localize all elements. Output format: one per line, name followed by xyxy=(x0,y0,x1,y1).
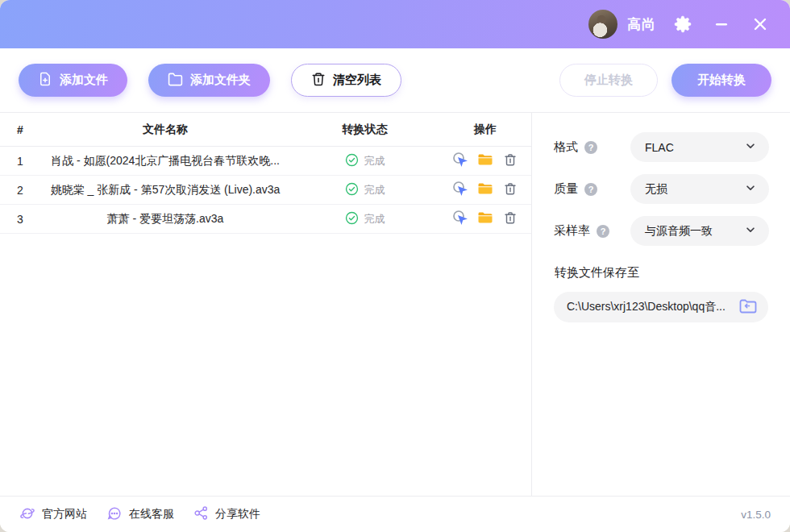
version-text: v1.5.0 xyxy=(741,509,771,521)
delete-file-button[interactable] xyxy=(501,181,519,199)
clear-list-label: 清空列表 xyxy=(333,73,381,88)
samplerate-label: 采样率 xyxy=(554,223,590,239)
save-path-box: C:\Users\xrj123\Desktop\qq音... xyxy=(554,292,768,322)
row-index: 2 xyxy=(0,184,40,197)
file-plus-icon xyxy=(38,72,52,89)
share-app-label: 分享软件 xyxy=(215,507,260,522)
row-filename: 姚晓棠 _ 张新成 - 第57次取消发送 (Live).av3a xyxy=(40,183,290,197)
titlebar: 高尚 xyxy=(0,0,790,48)
header-filename: 文件名称 xyxy=(40,123,290,137)
chevron-down-icon xyxy=(745,140,756,154)
check-circle-icon xyxy=(345,153,359,169)
trash-outline-icon xyxy=(503,210,518,227)
cursor-locate-icon xyxy=(452,181,468,199)
trash-icon xyxy=(311,72,326,89)
folder-filled-icon xyxy=(477,181,493,199)
status-text: 完成 xyxy=(364,212,385,227)
row-status: 完成 xyxy=(290,153,439,169)
chat-icon xyxy=(106,505,123,524)
header-index: # xyxy=(0,123,40,136)
folder-filled-icon xyxy=(477,152,493,170)
quality-label: 质量 xyxy=(554,181,578,197)
start-convert-button[interactable]: 开始转换 xyxy=(672,64,771,97)
table-row: 3 萧萧 - 爱要坦荡荡.av3a 完成 xyxy=(0,205,531,234)
stop-convert-button[interactable]: 停止转换 xyxy=(559,64,658,97)
online-support-label: 在线客服 xyxy=(129,507,174,522)
header-actions: 操作 xyxy=(439,123,531,137)
close-icon xyxy=(753,17,767,31)
open-folder-button[interactable] xyxy=(476,181,494,199)
save-path-label: 转换文件保存至 xyxy=(555,265,769,281)
quality-select[interactable]: 无损 xyxy=(630,174,769,204)
locate-file-button[interactable] xyxy=(451,152,469,170)
samplerate-help-icon[interactable]: ? xyxy=(597,225,609,238)
official-website-label: 官方网站 xyxy=(42,507,87,522)
row-index: 1 xyxy=(0,155,40,168)
trash-outline-icon xyxy=(503,152,518,169)
row-filename: 肖战 - 如愿(2024北京广播电视台春节联欢晚... xyxy=(40,154,290,168)
folder-icon xyxy=(168,72,183,89)
check-circle-icon xyxy=(345,182,359,198)
open-folder-button[interactable] xyxy=(476,210,494,228)
check-circle-icon xyxy=(345,211,359,227)
share-nodes-icon xyxy=(193,505,209,523)
file-table: # 文件名称 转换状态 操作 1 肖战 - 如愿(2024北京广播电视台春节联欢… xyxy=(0,113,532,496)
online-support-link[interactable]: 在线客服 xyxy=(106,505,174,524)
close-button[interactable] xyxy=(748,12,772,36)
add-folder-button[interactable]: 添加文件夹 xyxy=(148,64,270,97)
chevron-down-icon xyxy=(745,182,756,196)
samplerate-value: 与源音频一致 xyxy=(645,224,713,239)
add-file-button[interactable]: 添加文件 xyxy=(19,64,127,97)
browse-folder-button[interactable] xyxy=(738,297,759,317)
avatar[interactable] xyxy=(588,10,617,39)
quality-value: 无损 xyxy=(645,182,667,197)
footer: 官方网站 在线客服 分享软件 xyxy=(0,496,790,532)
clear-list-button[interactable]: 清空列表 xyxy=(291,64,401,97)
locate-file-button[interactable] xyxy=(451,210,469,228)
quality-help-icon[interactable]: ? xyxy=(584,183,597,196)
format-value: FLAC xyxy=(645,141,674,154)
planet-icon xyxy=(19,505,35,524)
header-status: 转换状态 xyxy=(290,123,439,137)
conversion-settings-panel: 格式 ? FLAC 质量 ? xyxy=(532,113,790,496)
main-content: # 文件名称 转换状态 操作 1 肖战 - 如愿(2024北京广播电视台春节联欢… xyxy=(0,113,790,496)
cursor-locate-icon xyxy=(452,152,468,170)
chevron-down-icon xyxy=(745,224,756,238)
status-text: 完成 xyxy=(364,154,385,168)
locate-file-button[interactable] xyxy=(451,181,469,199)
username: 高尚 xyxy=(627,15,656,34)
add-file-label: 添加文件 xyxy=(60,73,108,88)
format-select[interactable]: FLAC xyxy=(630,132,769,162)
share-app-link[interactable]: 分享软件 xyxy=(193,505,260,523)
toolbar: 添加文件 添加文件夹 清空列表 xyxy=(0,48,790,113)
save-path-value: C:\Users\xrj123\Desktop\qq音... xyxy=(567,300,730,314)
row-filename: 萧萧 - 爱要坦荡荡.av3a xyxy=(40,212,290,227)
table-header: # 文件名称 转换状态 操作 xyxy=(0,113,531,147)
open-folder-button[interactable] xyxy=(476,152,494,170)
row-status: 完成 xyxy=(290,211,439,227)
official-website-link[interactable]: 官方网站 xyxy=(19,505,87,524)
table-row: 2 姚晓棠 _ 张新成 - 第57次取消发送 (Live).av3a 完成 xyxy=(0,176,531,205)
samplerate-select[interactable]: 与源音频一致 xyxy=(630,216,769,246)
row-status: 完成 xyxy=(290,182,439,198)
status-text: 完成 xyxy=(364,183,385,197)
cursor-locate-icon xyxy=(452,210,468,228)
app-window: 高尚 xyxy=(0,0,790,532)
trash-outline-icon xyxy=(503,181,518,198)
table-row: 1 肖战 - 如愿(2024北京广播电视台春节联欢晚... 完成 xyxy=(0,147,531,176)
folder-filled-icon xyxy=(477,210,493,228)
minimize-icon xyxy=(714,17,729,31)
row-index: 3 xyxy=(0,213,40,226)
settings-button[interactable] xyxy=(671,12,695,36)
gear-icon xyxy=(674,15,692,33)
delete-file-button[interactable] xyxy=(501,152,519,170)
format-label: 格式 xyxy=(554,139,578,155)
add-folder-label: 添加文件夹 xyxy=(190,73,251,88)
delete-file-button[interactable] xyxy=(501,210,519,228)
format-help-icon[interactable]: ? xyxy=(584,141,597,154)
minimize-button[interactable] xyxy=(709,12,734,36)
folder-open-icon xyxy=(738,297,758,318)
